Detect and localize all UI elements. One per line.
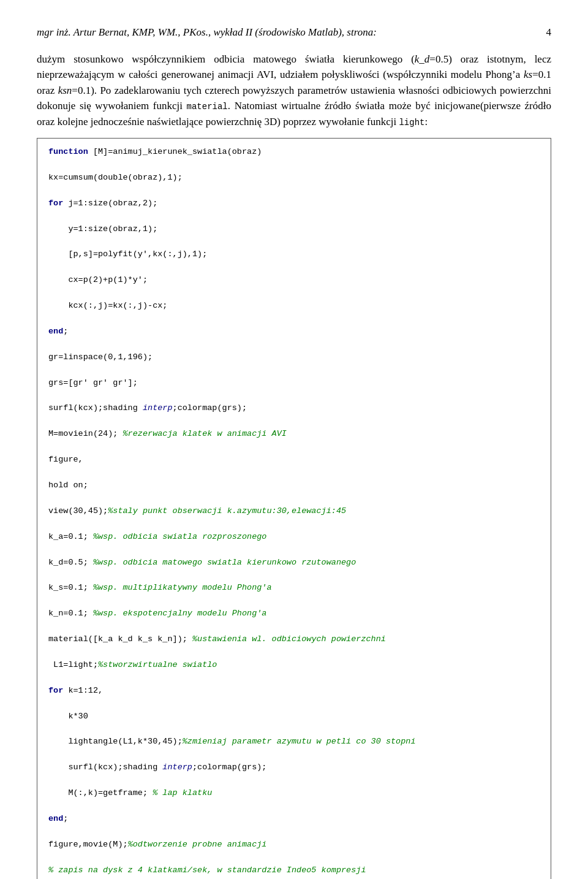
- code-block: function [M]=animuj_kierunek_swiatla(obr…: [37, 138, 551, 879]
- paragraph-1: dużym stosunkowo współczynnikiem odbicia…: [37, 51, 551, 130]
- header-left: mgr inż. Artur Bernat, KMP, WM., PKos., …: [37, 25, 377, 40]
- page-number: 4: [546, 25, 552, 40]
- page-header: mgr inż. Artur Bernat, KMP, WM., PKos., …: [37, 25, 551, 40]
